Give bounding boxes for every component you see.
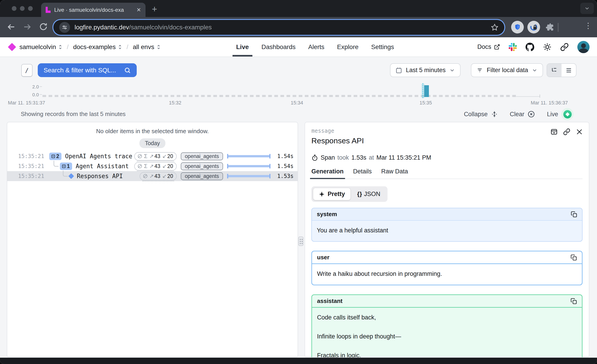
project-selector[interactable]: docs-examples (73, 43, 122, 51)
tab-raw-data[interactable]: Raw Data (381, 168, 408, 179)
collapse-square-icon (62, 165, 65, 168)
tab-close-icon[interactable] (136, 7, 141, 13)
y-tick-label: 2.0 (23, 84, 39, 89)
trace-name: Agent Assistant (76, 163, 129, 170)
nav-alerts[interactable]: Alerts (308, 37, 324, 56)
span-kind-label: message (311, 128, 582, 134)
sum-icon: Σ (144, 163, 147, 169)
copy-icon[interactable] (571, 298, 577, 304)
reload-button[interactable] (39, 22, 48, 31)
external-link-icon (494, 44, 500, 50)
bookmark-star-icon[interactable] (491, 24, 498, 31)
sum-icon: Σ (144, 153, 147, 159)
scope-tag[interactable]: openai_agents (181, 162, 223, 170)
url-text[interactable]: logfire.pydantic.dev/samuelcolvin/docs-e… (75, 24, 212, 31)
pretty-view-toggle[interactable]: Pretty (313, 188, 351, 200)
nav-live[interactable]: Live (236, 37, 249, 56)
filter-local-data-button[interactable]: Filter local data (471, 63, 543, 77)
live-indicator-icon (561, 108, 573, 120)
new-tab-button[interactable] (152, 4, 157, 14)
dock-panel-icon[interactable] (550, 128, 558, 135)
message-role: system (317, 211, 337, 218)
duration-text: 1.54s (275, 163, 293, 169)
scope-tag[interactable]: openai_agents (181, 152, 223, 160)
tree-elbow-connector (63, 171, 68, 177)
panel-resize-handle[interactable] (298, 237, 304, 246)
user-avatar[interactable] (577, 41, 589, 53)
browser-tab[interactable]: Live · samuelcolvin/docs-exa (41, 3, 146, 17)
list-view-toggle[interactable] (562, 64, 576, 77)
token-coin-icon (143, 174, 147, 178)
span-timestamp: Mar 11 15:35:21 PM (377, 154, 431, 161)
extensions-puzzle-icon[interactable] (545, 22, 555, 32)
trace-row[interactable]: 15:35:21 2 OpenAI Agents trace Agent… Σ … (7, 151, 298, 161)
slack-icon[interactable] (509, 43, 517, 51)
copy-icon[interactable] (571, 211, 577, 217)
trace-rows: 15:35:21 2 OpenAI Agents trace Agent… Σ … (7, 151, 298, 181)
braces-icon (357, 190, 361, 198)
collapse-button[interactable]: Collapse (464, 111, 498, 118)
site-settings-icon[interactable] (59, 22, 70, 33)
browser-window: Live · samuelcolvin/docs-exa logfire.pyd… (0, 0, 597, 364)
trace-list-panel: No older items in the selected time wind… (7, 122, 298, 358)
message-card-system: system You are a helpful assistant (311, 208, 582, 242)
scope-tag[interactable]: openai_agents (181, 172, 223, 180)
copy-icon[interactable] (571, 254, 577, 261)
nav-dashboards[interactable]: Dashboards (261, 37, 296, 56)
message-card-user: user Write a haiku about recursion in pr… (311, 251, 582, 285)
time-range-button[interactable]: Last 5 minutes (390, 63, 461, 77)
back-button[interactable] (6, 22, 16, 32)
trace-name: Responses API (77, 173, 123, 180)
tab-search-button[interactable] (580, 3, 594, 14)
span-title: Responses API (311, 136, 582, 145)
zoom-window-button[interactable] (28, 6, 33, 11)
close-panel-icon[interactable] (576, 128, 583, 135)
today-chip[interactable]: Today (139, 138, 165, 148)
input-tokens: 43 (149, 173, 160, 179)
timeline-spike-bar[interactable] (424, 85, 429, 97)
span-detail-panel: message Responses API Span took 1.53s at… (305, 122, 589, 358)
timeline-end-tick (540, 95, 540, 98)
org-selector[interactable]: samuelcolvin (19, 43, 62, 51)
tree-view-toggle[interactable] (547, 64, 562, 77)
privacy-extension-icon[interactable] (527, 21, 540, 33)
trace-row[interactable]: 15:35:21 1 Agent Assistant Σ 43 20 (7, 161, 298, 171)
nav-explore[interactable]: Explore (337, 37, 359, 56)
stopwatch-icon (311, 154, 318, 161)
live-toggle[interactable]: Live (547, 108, 573, 120)
share-link-icon[interactable] (560, 43, 569, 51)
tab-generation[interactable]: Generation (311, 168, 344, 179)
docs-link[interactable]: Docs (477, 43, 500, 50)
sparkle-icon (319, 191, 325, 197)
theme-sun-icon[interactable] (543, 43, 552, 51)
json-view-toggle[interactable]: JSON (352, 188, 386, 200)
browser-menu-icon[interactable] (584, 21, 592, 30)
span-duration: 1.53s (351, 154, 366, 161)
input-tokens: 43 (149, 153, 160, 159)
clear-button[interactable]: Clear (510, 110, 535, 118)
tab-details[interactable]: Details (353, 168, 372, 179)
env-selector[interactable]: all envs (133, 43, 161, 51)
github-icon[interactable] (525, 42, 534, 52)
url-bar[interactable]: logfire.pydantic.dev/samuelcolvin/docs-e… (53, 20, 504, 35)
token-usage-badge[interactable]: 43 20 (140, 172, 177, 180)
bitwarden-extension-icon[interactable] (511, 21, 524, 33)
token-usage-badge[interactable]: Σ 43 20 (134, 162, 177, 170)
sql-search-button[interactable]: Search & filter with SQL... (38, 63, 137, 77)
trace-row-selected[interactable]: 15:35:21 Responses API 43 20 openai_agen… (7, 171, 298, 181)
token-usage-badge[interactable]: Σ 43 20 (134, 152, 177, 160)
close-window-button[interactable] (12, 6, 16, 11)
pretty-json-toggle: Pretty JSON (311, 186, 387, 202)
forward-button[interactable] (23, 22, 32, 32)
collapse-span-badge[interactable]: 1 (60, 163, 72, 170)
timeline-baseline (42, 95, 516, 97)
nav-settings[interactable]: Settings (371, 37, 394, 56)
output-tokens: 20 (162, 173, 173, 179)
collapse-square-icon (52, 155, 55, 158)
copy-link-icon[interactable] (563, 128, 570, 135)
minimize-window-button[interactable] (20, 6, 25, 11)
message-content: You are a helpful assistant (312, 221, 582, 241)
collapse-span-badge[interactable]: 2 (49, 153, 62, 160)
activity-timeline[interactable]: 2.0 0.0 Mar 11. 15:31:37 15:32 15:34 15:… (0, 84, 597, 107)
x-tick-label: Mar 11. 15:31:37 (8, 100, 45, 106)
